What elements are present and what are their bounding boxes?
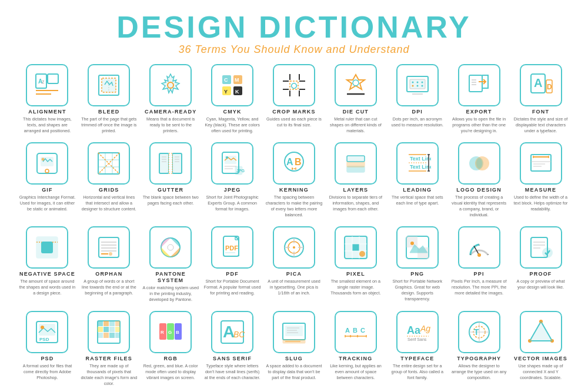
raster-icon-box [88,311,130,353]
svg-point-33 [416,82,418,83]
term-name: MEASURE [525,187,556,193]
term-item-rgb: R G B RGBRed, green, and blue. A color m… [141,309,201,389]
svg-text:Ag: Ag [420,324,430,333]
term-item-png: PNGShort for Portable Network Graphics. … [387,224,447,305]
svg-rect-174 [285,326,303,336]
term-name: KERNING [279,187,309,193]
png-icon-box [396,226,439,269]
term-description: Use shapes made up of connected X and Y … [512,363,569,381]
measure-icon-box [520,142,562,185]
term-name: NEGATIVE SPACE [19,271,75,277]
term-description: The entire design set for a group of fon… [389,363,446,381]
term-name: ALIGNMENT [28,109,66,115]
term-description: Graphics Interchange Format. Used for im… [19,195,76,212]
term-description: Used to define the width of a text block… [512,195,569,212]
svg-point-37 [421,85,423,87]
term-item-logo-design: LOGO DESIGNThe process of creating a vis… [449,140,509,220]
svg-rect-163 [115,333,120,338]
svg-text:PSD: PSD [39,337,49,342]
svg-point-35 [412,85,413,87]
term-description: The amount of space around the shapes an… [19,279,76,296]
vector-icon-box [520,311,562,353]
term-name: GIF [42,187,53,193]
svg-text:A: A [534,76,542,89]
term-description: A space added to a document to display d… [266,363,323,381]
svg-text:C: C [224,77,228,83]
term-item-pixel: PIXELThe smallest element on a single ra… [326,224,385,305]
camera-ready-icon-box [149,64,192,106]
svg-rect-59 [172,153,182,173]
svg-marker-27 [347,75,365,89]
svg-text:K: K [235,89,239,95]
term-description: The vertical space that sets each line o… [389,195,446,206]
svg-text:Y: Y [224,89,228,95]
term-description: Short for Joint Photographic Experts Gro… [204,195,261,212]
sans-serif-icon-box: A BC [211,311,253,353]
term-description: Guides used as each piece is cut to its … [266,116,323,128]
svg-text:Text Line: Text Line [410,164,431,170]
term-item-font: A D FONTDictates the style and size of d… [511,62,570,136]
term-item-leading: Text Line Text Line LEADINGThe vertical … [387,140,447,220]
term-name: JPEG [224,187,241,193]
term-description: Allows you to open the file in programs … [450,116,507,134]
term-item-camera-ready: CAMERA-READYMeans that a document is rea… [141,62,201,136]
term-name: PIXEL [346,271,365,277]
term-item-jpeg: JPG JPEGShort for Joint Photographic Exp… [203,140,262,220]
term-item-pantone-system: PANTONE SYSTEMA color matching system us… [141,224,201,305]
term-description: Dictates the style and size of displayab… [512,116,569,134]
term-name: RGB [163,356,178,362]
term-description: Horizontal and vertical lines that inter… [81,195,138,212]
svg-point-132 [359,251,365,257]
term-item-sans-serif: A BC SANS SERIFTypeface style where lett… [203,309,262,389]
term-item-psd: PSD PSDA format used for files that come… [18,309,77,389]
main-title: DESIGN DICTIONARY [18,12,570,42]
term-item-tracking: ABC TRACKINGLike kerning, but applies an… [326,309,385,389]
term-description: A format used for files that come direct… [19,363,76,381]
proof-icon-box [520,226,562,269]
term-name: PPI [474,271,485,277]
term-item-negative-space: NEGATIVE SPACEThe amount of space around… [18,224,77,305]
term-name: LAYERS [343,187,368,193]
svg-text:Z: Z [42,80,45,84]
term-item-crop-marks: CROP MARKSGuides used as each piece is c… [265,62,324,136]
pantone-icon-box [149,226,192,269]
term-description: They are made up of thousands of pixels … [81,363,138,387]
svg-text:B: B [176,330,179,335]
pdf-icon-box: PDF [211,226,253,269]
term-name: LOGO DESIGN [456,187,502,193]
term-description: Cyan, Magenta, Yellow, and Key (black). … [204,116,261,134]
term-description: Allows the designer to arrange the type … [450,363,507,381]
term-name: VECTOR IMAGES [514,356,567,362]
crop-marks-icon-box [273,64,315,106]
svg-text:R: R [161,330,164,335]
term-name: PROOF [530,271,552,277]
term-name: TYPOGRAPHY [457,356,501,362]
svg-rect-153 [103,321,109,326]
svg-rect-158 [109,327,115,332]
term-item-slug: SLUGA space added to a document to displ… [265,309,324,389]
typeface-icon-box: Aa Serif Sans Ag [396,311,439,353]
term-name: PNG [410,271,424,277]
term-description: A copy or preview of what your design wi… [512,279,569,290]
term-name: ORPHAN [95,271,122,277]
term-description: The process of creating a visual identit… [450,195,507,218]
svg-rect-60 [169,153,172,173]
svg-point-36 [416,85,418,87]
svg-rect-155 [115,321,120,326]
term-name: BLEED [98,109,120,115]
header: DESIGN DICTIONARY 36 Terms You Should Kn… [18,12,570,56]
svg-marker-195 [530,321,552,341]
svg-point-93 [476,158,482,169]
orphan-icon-box [88,226,130,269]
term-description: A unit of measurement used in typesettin… [266,279,323,296]
svg-point-138 [477,253,481,257]
svg-rect-1 [48,74,58,83]
pixel-icon-box [335,226,377,269]
term-item-typeface: Aa Serif Sans Ag TYPEFACEThe entire desi… [387,309,447,389]
svg-point-34 [421,82,423,83]
term-item-proof: PROOFA copy or preview of what your desi… [511,224,570,305]
svg-rect-161 [103,333,109,338]
term-item-orphan: ORPHANA group of words or a short line t… [79,224,139,305]
term-item-cmyk: C M Y K CMYKCyan, Magenta, Yellow, and K… [203,62,262,136]
term-name: PDF [226,271,239,277]
